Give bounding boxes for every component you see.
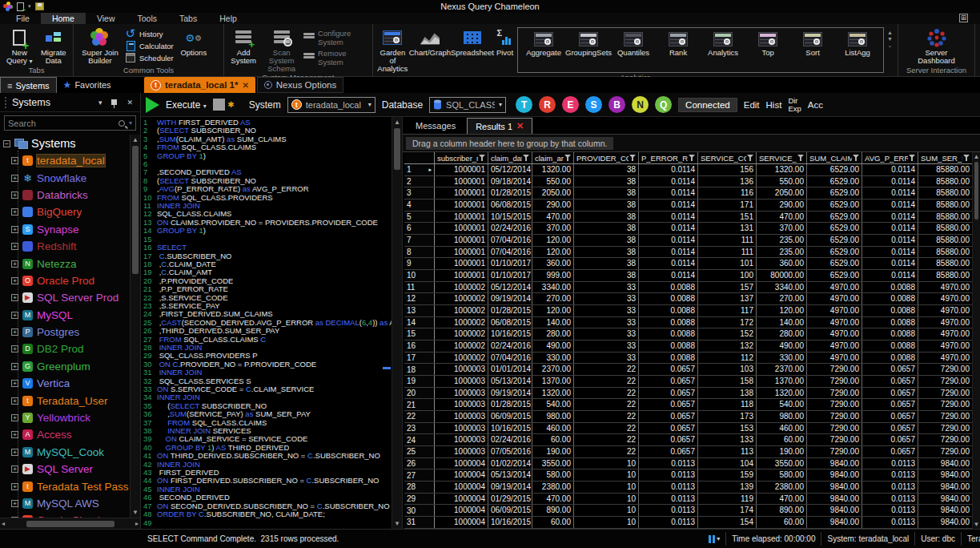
expand-icon[interactable]: + xyxy=(11,260,18,268)
close-tab-icon[interactable]: ✕ xyxy=(242,81,248,90)
row-header[interactable]: 31 xyxy=(404,517,435,528)
menu-item-view[interactable]: View xyxy=(86,13,127,24)
row-header[interactable]: 12 xyxy=(404,293,435,304)
expand-icon[interactable]: + xyxy=(11,208,18,216)
row-header[interactable]: 7 xyxy=(404,235,435,246)
expand-icon[interactable]: + xyxy=(11,500,18,507)
row-header[interactable]: 20 xyxy=(404,388,435,399)
filter-icon[interactable] xyxy=(963,155,970,161)
add-system-button[interactable]: Add System xyxy=(227,26,259,65)
platform-button-e[interactable]: E xyxy=(562,96,579,113)
expand-icon[interactable]: + xyxy=(11,312,18,319)
tree-item-oracle-prod[interactable]: +OOracle Prod xyxy=(0,272,130,289)
pivot-button[interactable]: Σ Pivot xyxy=(494,26,516,57)
expand-icon[interactable]: + xyxy=(11,449,18,456)
row-header[interactable]: 9 xyxy=(404,258,435,269)
grid-vertical-scrollbar[interactable]: ▲ ▼ xyxy=(972,152,980,529)
system-select[interactable]: t teradata_local ▾ xyxy=(287,97,376,113)
column-header-claim-amt[interactable]: claim_amt xyxy=(532,152,574,163)
row-header[interactable]: 25 xyxy=(404,446,435,457)
column-header-service-code[interactable]: SERVICE_CODE xyxy=(698,152,757,163)
pause-icon[interactable] xyxy=(709,535,715,543)
table-row[interactable]: 23100000310/16/2015460.00220.0657153460.… xyxy=(404,423,972,435)
expand-icon[interactable]: + xyxy=(11,414,18,421)
table-row[interactable]: 21100000301/28/2015540.00220.0657118540.… xyxy=(404,399,972,411)
row-header[interactable]: 3 xyxy=(404,187,435,199)
table-row[interactable]: 7100000107/04/2016120.00380.0114111235.0… xyxy=(404,235,972,247)
scheduler-button[interactable]: Scheduler xyxy=(125,53,174,62)
scan-system-schema-button[interactable]: Scan System Schema xyxy=(261,26,302,73)
row-header[interactable]: 4 xyxy=(404,199,435,211)
tree-item-teradata-local[interactable]: +tteradata_local xyxy=(0,152,130,169)
table-row[interactable]: 19100000305/13/20141370.00220.0657158137… xyxy=(404,376,972,388)
row-header[interactable]: 28 xyxy=(404,482,435,493)
table-row[interactable]: 13100000201/28/2015120.00330.0088117120.… xyxy=(404,305,972,317)
doc-tab-teradata-local[interactable]: t teradata_local 1* ✕ xyxy=(144,77,255,93)
expand-icon[interactable]: + xyxy=(11,431,18,438)
expand-icon[interactable]: + xyxy=(11,243,18,250)
server-dashboard-button[interactable]: Server Dashboard xyxy=(914,26,960,65)
scroll-down-icon[interactable]: ▼ xyxy=(887,36,893,42)
ribbon-expand-icon[interactable]: ⊞ xyxy=(959,14,968,22)
table-row[interactable]: 28100000409/19/20142380.00100.0113139238… xyxy=(404,482,972,494)
options-button[interactable]: ⚙⚙ Options xyxy=(175,26,212,57)
tree-vertical-scrollbar[interactable]: ▲ ▼ xyxy=(130,135,140,518)
platform-button-r[interactable]: R xyxy=(539,96,556,113)
column-header-sum-ser-pay[interactable]: SUM_SER_PAY xyxy=(918,152,972,163)
table-row[interactable]: 17100000207/04/2016330.00330.0088112330.… xyxy=(404,353,972,365)
tree-item-mysql-aws[interactable]: +MMySQL AWS xyxy=(0,495,130,512)
tree-item-vertica[interactable]: +VVertica xyxy=(0,375,130,392)
table-row[interactable]: 30100000406/09/2015890.00100.0113174890.… xyxy=(404,505,972,517)
editor-vertical-scrollbar[interactable]: ▲ ▼ xyxy=(392,117,402,529)
row-header[interactable]: 27 xyxy=(404,469,435,481)
dock-tab-systems[interactable]: ≡ Systems xyxy=(0,77,57,93)
row-header[interactable]: 19 xyxy=(404,376,435,387)
table-row[interactable]: 24100000302/24/201660.00220.065713360.00… xyxy=(404,434,972,446)
row-header[interactable]: 17 xyxy=(404,353,435,364)
ribbon-button-sort[interactable]: Sort xyxy=(790,30,835,72)
row-header[interactable]: 29 xyxy=(404,494,435,505)
expand-icon[interactable]: + xyxy=(11,465,18,473)
row-header[interactable]: 26 xyxy=(404,458,435,469)
tree-root-systems[interactable]: − Systems xyxy=(0,135,130,152)
expand-icon[interactable]: + xyxy=(11,483,18,490)
menu-item-home[interactable]: Home xyxy=(41,13,86,24)
row-header[interactable]: 2 xyxy=(404,176,435,187)
search-caret-icon[interactable]: ▾ xyxy=(129,119,132,127)
expand-icon[interactable]: + xyxy=(11,277,18,284)
expand-icon[interactable]: + xyxy=(11,226,18,233)
migrate-data-button[interactable]: Migrate Data xyxy=(38,26,70,65)
sql-editor[interactable]: 1WITH FIRST_DERIVED AS2(SELECT SUBSCRIBE… xyxy=(141,117,402,529)
expand-icon[interactable]: + xyxy=(11,328,18,336)
filter-icon[interactable] xyxy=(629,155,636,161)
filter-icon[interactable] xyxy=(564,155,571,161)
row-header[interactable]: 22 xyxy=(404,411,435,422)
ribbon-button-analytics[interactable]: Analytics xyxy=(701,30,745,72)
row-header[interactable]: 13 xyxy=(404,305,435,316)
row-header[interactable]: 18 xyxy=(404,364,435,375)
ribbon-button-quantiles[interactable]: Quantiles xyxy=(611,30,656,72)
acc-button[interactable]: Acc xyxy=(808,100,823,110)
filter-icon[interactable] xyxy=(747,155,753,161)
tree-item-netezza[interactable]: +NNetezza xyxy=(0,255,130,272)
tree-item-teradata-test-pass[interactable]: +tTeradata Test Pass xyxy=(0,477,130,494)
row-header[interactable]: 6 xyxy=(404,223,435,234)
spreadsheet-button[interactable]: Spreadsheet xyxy=(451,26,494,57)
tree-item-postgres[interactable]: +PPostgres xyxy=(0,324,130,340)
table-row[interactable]: 5100000110/15/2015470.00380.0114151470.0… xyxy=(404,212,972,224)
history-button[interactable]: ↺ History xyxy=(125,29,174,38)
filter-icon[interactable] xyxy=(479,155,485,161)
table-row[interactable]: 9100000101/10/2017360.00380.0114101360.0… xyxy=(404,258,972,270)
platform-button-s[interactable]: S xyxy=(585,96,602,113)
table-row[interactable]: 29100000401/29/2015470.00100.0113119470.… xyxy=(404,494,972,506)
tree-item-db2-prod[interactable]: +DDB2 Prod xyxy=(0,340,130,357)
row-header[interactable]: 15 xyxy=(404,328,435,340)
menu-item-tools[interactable]: Tools xyxy=(127,13,169,24)
platform-button-b[interactable]: B xyxy=(608,96,625,113)
dir-exp-button[interactable]: DirExp xyxy=(788,97,801,112)
scroll-up-icon[interactable]: ▲ xyxy=(887,30,893,36)
pin-icon[interactable] xyxy=(111,99,117,105)
doc-tab-nexus-options[interactable]: Nexus Options xyxy=(257,77,343,93)
tree-item-sql-server[interactable]: +▶SQL Server xyxy=(0,461,130,477)
execute-button[interactable]: Execute ▾ xyxy=(166,99,207,111)
